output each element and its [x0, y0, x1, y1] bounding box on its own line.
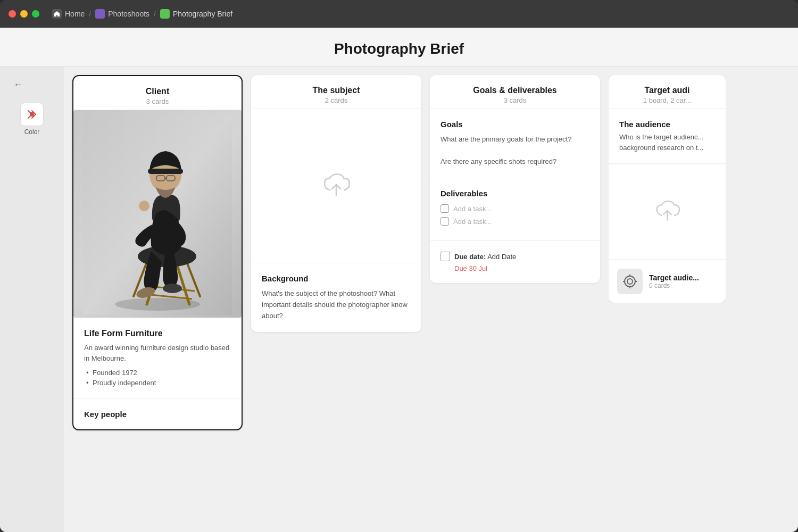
photoshoots-icon: [95, 9, 105, 19]
breadcrumb-home[interactable]: Home: [52, 9, 85, 19]
close-button[interactable]: [9, 10, 16, 18]
home-icon: [52, 9, 62, 19]
board-client: Client 3 cards: [72, 75, 243, 430]
due-date-overdue: Due 30 Jul: [454, 264, 589, 272]
target-crosshair-icon: [622, 274, 637, 289]
traffic-lights: [9, 10, 39, 18]
board-goals-header: Goals & deliverables 3 cards: [430, 75, 600, 109]
breadcrumb: Home / Photoshoots / Photography Brief: [52, 9, 232, 19]
target-board-info: Target audie... 0 cards: [649, 273, 699, 289]
sidebar-color-label: Color: [24, 128, 40, 136]
color-icon: [20, 103, 44, 126]
sidebar-item-color[interactable]: Color: [11, 98, 53, 140]
board-goals-title: Goals & deliverables: [440, 86, 589, 95]
client-image: [73, 110, 242, 318]
board-target-container: Target audi 1 board, 2 car... The audien…: [609, 75, 726, 303]
app-window: Home / Photoshoots / Photography Brief P…: [0, 0, 798, 532]
minimize-button[interactable]: [20, 10, 28, 18]
due-date-label: Due date: Add Date: [454, 253, 516, 261]
breadcrumb-home-label: Home: [65, 10, 85, 18]
page-title: Photography Brief: [0, 40, 798, 57]
client-image-card: [73, 110, 242, 318]
board-subject-header: The subject 2 cards: [251, 75, 421, 109]
breadcrumb-photoshoots-label: Photoshoots: [108, 10, 149, 18]
background-card: Background What's the subject of the pho…: [251, 263, 421, 332]
svg-rect-0: [97, 11, 103, 17]
board-goals: Goals & deliverables 3 cards Goals What …: [430, 75, 600, 283]
board-client-subtitle: 3 cards: [84, 97, 231, 105]
client-list-item-1: Founded 1972: [84, 368, 231, 378]
client-info-card: Life Form Furniture An award winning fur…: [73, 318, 242, 399]
fullscreen-button[interactable]: [32, 10, 39, 18]
client-list-item-2: Proudly independent: [84, 378, 231, 388]
breadcrumb-brief[interactable]: Photography Brief: [160, 9, 232, 19]
page-header: Photography Brief: [0, 28, 798, 66]
breadcrumb-photoshoots[interactable]: Photoshoots: [95, 9, 149, 19]
svg-point-18: [163, 284, 182, 293]
svg-point-19: [625, 276, 635, 287]
breadcrumb-sep-2: /: [154, 10, 156, 18]
due-date-row: Due date: Add Date: [440, 252, 589, 261]
main-content: Photography Brief ← Color: [0, 28, 798, 532]
boards-area: Client 3 cards: [64, 66, 798, 532]
board-subject-content: Background What's the subject of the pho…: [251, 109, 421, 332]
board-subject: The subject 2 cards: [251, 75, 421, 332]
background-title: Background: [262, 274, 411, 283]
board-goals-subtitle: 3 cards: [440, 96, 589, 104]
client-description: An award winning furniture design studio…: [84, 343, 231, 363]
task-checkbox-1[interactable]: [440, 204, 449, 213]
board-client-content: Life Form Furniture An award winning fur…: [73, 110, 242, 429]
cloud-upload-icon: [320, 173, 352, 200]
client-name: Life Form Furniture: [84, 329, 231, 338]
task-item-2[interactable]: Add a task...: [440, 217, 589, 226]
svg-rect-1: [30, 112, 34, 117]
audience-card: The audience Who is the target audienc..…: [609, 109, 726, 164]
board-subject-subtitle: 2 cards: [262, 96, 411, 104]
board-client-title: Client: [84, 87, 231, 96]
content-area: ← Color Clien: [0, 66, 798, 532]
upload-icon: [320, 173, 352, 200]
board-target-header: Target audi 1 board, 2 car...: [609, 75, 726, 109]
task-checkbox-2[interactable]: [440, 217, 449, 226]
svg-point-20: [627, 279, 633, 284]
key-people-title: Key people: [84, 410, 231, 419]
board-target-content: The audience Who is the target audienc..…: [609, 109, 726, 303]
goals-body: What are the primary goals for the proje…: [440, 134, 589, 167]
task-item-1[interactable]: Add a task...: [440, 204, 589, 213]
board-target: Target audi 1 board, 2 car... The audien…: [609, 75, 726, 303]
goals-card: Goals What are the primary goals for the…: [430, 109, 600, 178]
breadcrumb-sep-1: /: [89, 10, 91, 18]
task-label-1: Add a task...: [453, 205, 492, 213]
goals-title: Goals: [440, 120, 589, 129]
task-label-2: Add a task...: [453, 218, 492, 226]
titlebar: Home / Photoshoots / Photography Brief: [0, 0, 798, 28]
back-button[interactable]: ←: [9, 75, 28, 94]
sidebar: ← Color: [0, 66, 64, 532]
boards-container: Client 3 cards: [64, 66, 798, 532]
brief-icon: [160, 9, 170, 19]
due-date-card: Due date: Add Date Due 30 Jul: [430, 241, 600, 283]
background-body: What's the subject of the photoshoot? Wh…: [262, 288, 411, 321]
key-people-card: Key people: [73, 399, 242, 429]
target-icon: [617, 269, 643, 294]
svg-point-11: [139, 201, 149, 211]
due-date-checkbox[interactable]: [440, 252, 450, 261]
deliverables-card: Deliverables Add a task... Add a task...: [430, 178, 600, 241]
board-target-subtitle: 1 board, 2 car...: [619, 96, 715, 104]
audience-body: Who is the target audienc...: [619, 132, 715, 143]
audience-upload-card[interactable]: [609, 164, 726, 260]
deliverables-title: Deliverables: [440, 189, 589, 198]
audience-title: The audience: [619, 120, 715, 129]
target-board-count: 0 cards: [649, 282, 699, 289]
client-list: Founded 1972 Proudly independent: [84, 368, 231, 388]
board-subject-title: The subject: [262, 86, 411, 95]
svg-rect-13: [148, 169, 183, 174]
board-client-header: Client 3 cards: [73, 76, 242, 110]
breadcrumb-brief-label: Photography Brief: [173, 10, 232, 18]
target-board-card[interactable]: Target audie... 0 cards: [609, 260, 726, 303]
target-board-name: Target audie...: [649, 273, 699, 282]
audience-cloud-upload-icon: [653, 200, 682, 224]
subject-upload-card[interactable]: [251, 109, 421, 263]
person-svg: [83, 113, 232, 315]
board-target-title: Target audi: [619, 86, 715, 95]
